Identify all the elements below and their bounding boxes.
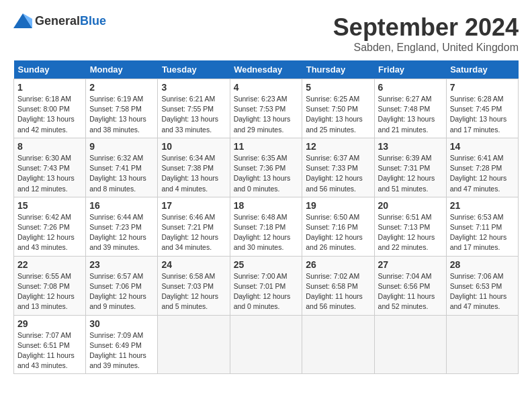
day-info: Sunrise: 6:37 AMSunset: 7:33 PMDaylight:… xyxy=(306,153,370,194)
title-block: September 2024 Sabden, England, United K… xyxy=(333,13,519,54)
day-number: 2 xyxy=(89,82,154,93)
calendar-cell: 12Sunrise: 6:37 AMSunset: 7:33 PMDayligh… xyxy=(302,138,374,197)
week-row-3: 15Sunrise: 6:42 AMSunset: 7:26 PMDayligh… xyxy=(14,197,519,256)
day-number: 1 xyxy=(17,82,82,93)
day-info: Sunrise: 6:51 AMSunset: 7:13 PMDaylight:… xyxy=(378,212,443,253)
day-number: 28 xyxy=(450,259,515,270)
calendar-cell xyxy=(446,315,518,374)
calendar-cell: 29Sunrise: 7:07 AMSunset: 6:51 PMDayligh… xyxy=(14,315,86,374)
day-number: 12 xyxy=(306,141,370,152)
day-info: Sunrise: 6:55 AMSunset: 7:08 PMDaylight:… xyxy=(17,271,82,312)
day-info: Sunrise: 6:21 AMSunset: 7:55 PMDaylight:… xyxy=(161,94,226,135)
day-info: Sunrise: 6:39 AMSunset: 7:31 PMDaylight:… xyxy=(378,153,443,194)
calendar-cell: 14Sunrise: 6:41 AMSunset: 7:28 PMDayligh… xyxy=(446,138,518,197)
day-number: 11 xyxy=(234,141,299,152)
day-number: 13 xyxy=(378,141,443,152)
calendar-cell: 28Sunrise: 7:06 AMSunset: 6:53 PMDayligh… xyxy=(446,256,518,315)
column-header-thursday: Thursday xyxy=(302,60,374,79)
day-info: Sunrise: 6:41 AMSunset: 7:28 PMDaylight:… xyxy=(450,153,515,194)
calendar-cell: 24Sunrise: 6:58 AMSunset: 7:03 PMDayligh… xyxy=(158,256,230,315)
calendar-cell: 16Sunrise: 6:44 AMSunset: 7:23 PMDayligh… xyxy=(86,197,158,256)
day-info: Sunrise: 6:57 AMSunset: 7:06 PMDaylight:… xyxy=(89,271,154,312)
logo: GeneralBlue xyxy=(13,13,106,28)
day-number: 9 xyxy=(89,141,154,152)
day-number: 4 xyxy=(234,82,299,93)
day-number: 18 xyxy=(234,200,299,211)
day-info: Sunrise: 6:34 AMSunset: 7:38 PMDaylight:… xyxy=(161,153,226,194)
day-number: 17 xyxy=(161,200,226,211)
calendar-cell: 30Sunrise: 7:09 AMSunset: 6:49 PMDayligh… xyxy=(86,315,158,374)
calendar-cell xyxy=(302,315,374,374)
day-info: Sunrise: 6:53 AMSunset: 7:11 PMDaylight:… xyxy=(450,212,515,253)
day-number: 26 xyxy=(306,259,370,270)
calendar-cell: 9Sunrise: 6:32 AMSunset: 7:41 PMDaylight… xyxy=(86,138,158,197)
calendar-cell: 25Sunrise: 7:00 AMSunset: 7:01 PMDayligh… xyxy=(230,256,302,315)
month-title: September 2024 xyxy=(333,13,519,42)
day-info: Sunrise: 7:00 AMSunset: 7:01 PMDaylight:… xyxy=(234,271,299,312)
day-info: Sunrise: 7:04 AMSunset: 6:56 PMDaylight:… xyxy=(378,271,443,312)
week-row-4: 22Sunrise: 6:55 AMSunset: 7:08 PMDayligh… xyxy=(14,256,519,315)
calendar-cell: 4Sunrise: 6:23 AMSunset: 7:53 PMDaylight… xyxy=(230,79,302,138)
calendar-cell: 13Sunrise: 6:39 AMSunset: 7:31 PMDayligh… xyxy=(374,138,446,197)
calendar-cell: 20Sunrise: 6:51 AMSunset: 7:13 PMDayligh… xyxy=(374,197,446,256)
calendar-cell: 6Sunrise: 6:27 AMSunset: 7:48 PMDaylight… xyxy=(374,79,446,138)
calendar-cell: 10Sunrise: 6:34 AMSunset: 7:38 PMDayligh… xyxy=(158,138,230,197)
day-info: Sunrise: 6:58 AMSunset: 7:03 PMDaylight:… xyxy=(161,271,226,312)
day-number: 19 xyxy=(306,200,370,211)
day-number: 27 xyxy=(378,259,443,270)
day-number: 25 xyxy=(234,259,299,270)
calendar-cell xyxy=(230,315,302,374)
calendar-cell: 1Sunrise: 6:18 AMSunset: 8:00 PMDaylight… xyxy=(14,79,86,138)
day-number: 15 xyxy=(17,200,82,211)
column-header-tuesday: Tuesday xyxy=(158,60,230,79)
day-info: Sunrise: 6:27 AMSunset: 7:48 PMDaylight:… xyxy=(378,94,443,135)
calendar-cell: 26Sunrise: 7:02 AMSunset: 6:58 PMDayligh… xyxy=(302,256,374,315)
day-info: Sunrise: 6:42 AMSunset: 7:26 PMDaylight:… xyxy=(17,212,82,253)
day-info: Sunrise: 6:50 AMSunset: 7:16 PMDaylight:… xyxy=(306,212,370,253)
day-info: Sunrise: 7:09 AMSunset: 6:49 PMDaylight:… xyxy=(89,330,154,371)
header-row: SundayMondayTuesdayWednesdayThursdayFrid… xyxy=(14,60,519,79)
column-header-saturday: Saturday xyxy=(446,60,518,79)
calendar-cell: 23Sunrise: 6:57 AMSunset: 7:06 PMDayligh… xyxy=(86,256,158,315)
day-info: Sunrise: 6:25 AMSunset: 7:50 PMDaylight:… xyxy=(306,94,370,135)
calendar-cell: 5Sunrise: 6:25 AMSunset: 7:50 PMDaylight… xyxy=(302,79,374,138)
calendar-cell xyxy=(158,315,230,374)
day-info: Sunrise: 6:23 AMSunset: 7:53 PMDaylight:… xyxy=(234,94,299,135)
day-number: 29 xyxy=(17,318,82,329)
day-info: Sunrise: 7:07 AMSunset: 6:51 PMDaylight:… xyxy=(17,330,82,371)
day-number: 5 xyxy=(306,82,370,93)
day-number: 24 xyxy=(161,259,226,270)
day-info: Sunrise: 6:30 AMSunset: 7:43 PMDaylight:… xyxy=(17,153,82,194)
calendar-cell: 7Sunrise: 6:28 AMSunset: 7:45 PMDaylight… xyxy=(446,79,518,138)
calendar-cell: 8Sunrise: 6:30 AMSunset: 7:43 PMDaylight… xyxy=(14,138,86,197)
logo-text-general: General xyxy=(35,14,80,28)
day-number: 6 xyxy=(378,82,443,93)
day-number: 20 xyxy=(378,200,443,211)
day-info: Sunrise: 6:48 AMSunset: 7:18 PMDaylight:… xyxy=(234,212,299,253)
day-number: 22 xyxy=(17,259,82,270)
calendar-table: SundayMondayTuesdayWednesdayThursdayFrid… xyxy=(13,60,519,374)
calendar-cell: 22Sunrise: 6:55 AMSunset: 7:08 PMDayligh… xyxy=(14,256,86,315)
calendar-cell: 19Sunrise: 6:50 AMSunset: 7:16 PMDayligh… xyxy=(302,197,374,256)
column-header-monday: Monday xyxy=(86,60,158,79)
calendar-cell: 3Sunrise: 6:21 AMSunset: 7:55 PMDaylight… xyxy=(158,79,230,138)
day-info: Sunrise: 6:19 AMSunset: 7:58 PMDaylight:… xyxy=(89,94,154,135)
day-number: 21 xyxy=(450,200,515,211)
day-info: Sunrise: 6:35 AMSunset: 7:36 PMDaylight:… xyxy=(234,153,299,194)
day-number: 10 xyxy=(161,141,226,152)
day-info: Sunrise: 6:18 AMSunset: 8:00 PMDaylight:… xyxy=(17,94,82,135)
column-header-sunday: Sunday xyxy=(14,60,86,79)
logo-text-blue: Blue xyxy=(80,14,106,28)
logo-icon xyxy=(13,13,32,28)
location: Sabden, England, United Kingdom xyxy=(333,42,519,54)
calendar-cell: 21Sunrise: 6:53 AMSunset: 7:11 PMDayligh… xyxy=(446,197,518,256)
column-header-wednesday: Wednesday xyxy=(230,60,302,79)
week-row-1: 1Sunrise: 6:18 AMSunset: 8:00 PMDaylight… xyxy=(14,79,519,138)
day-info: Sunrise: 6:28 AMSunset: 7:45 PMDaylight:… xyxy=(450,94,515,135)
day-number: 14 xyxy=(450,141,515,152)
day-info: Sunrise: 6:44 AMSunset: 7:23 PMDaylight:… xyxy=(89,212,154,253)
calendar-cell xyxy=(374,315,446,374)
week-row-5: 29Sunrise: 7:07 AMSunset: 6:51 PMDayligh… xyxy=(14,315,519,374)
day-info: Sunrise: 7:06 AMSunset: 6:53 PMDaylight:… xyxy=(450,271,515,312)
calendar-cell: 11Sunrise: 6:35 AMSunset: 7:36 PMDayligh… xyxy=(230,138,302,197)
